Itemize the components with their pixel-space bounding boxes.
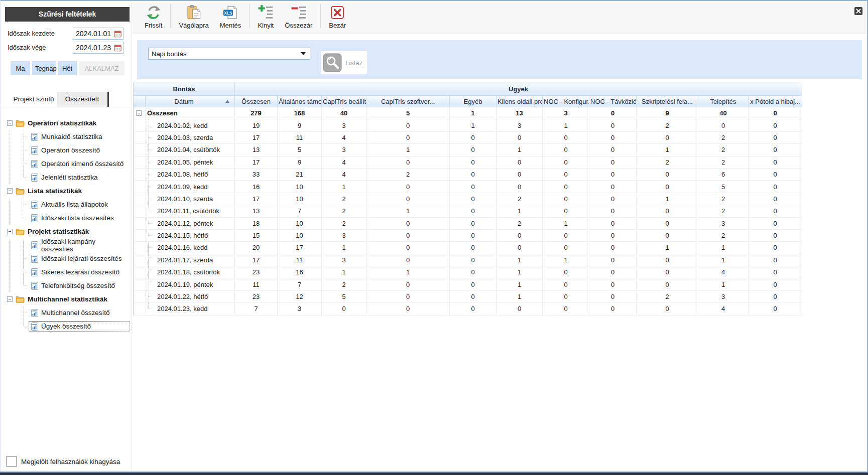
tree-folder-item[interactable]: Lista statisztikák (1, 184, 132, 198)
tree-report-item[interactable]: Ügyek összesítő (1, 320, 132, 333)
period-end-value[interactable] (76, 44, 114, 52)
week-button[interactable]: Hét (58, 61, 77, 75)
tree-report-item[interactable]: Időszaki kampány összesítés (1, 238, 132, 252)
save-button[interactable]: XLS Mentés (214, 1, 247, 31)
column-header[interactable]: Összesen (235, 96, 278, 107)
tree-folder-item[interactable]: Projekt statisztikák (1, 225, 132, 238)
table-row[interactable]: 2024.01.17, szerda1711300110010 (134, 254, 802, 266)
column-header[interactable]: Általános támo... (278, 96, 322, 107)
column-header[interactable]: Egyéb (450, 96, 497, 107)
apply-button[interactable]: ALKALMAZ (79, 61, 125, 75)
table-cell: 10 (278, 181, 322, 193)
table-row[interactable]: 2024.01.18, csütörtök2316110100040 (134, 266, 802, 278)
table-cell: 0 (749, 107, 802, 119)
exclude-marked-users-checkbox[interactable] (6, 456, 17, 467)
table-cell: 4 (698, 303, 749, 315)
report-icon (31, 309, 38, 317)
table-cell: 0 (749, 144, 802, 156)
column-header[interactable]: CaplTris szoftver... (366, 96, 450, 107)
tree-report-item[interactable]: Operátori kimenő összesítő (1, 157, 132, 171)
period-start-value[interactable] (76, 30, 114, 38)
yesterday-button[interactable]: Tegnap (32, 61, 56, 75)
tab-osszesitett[interactable]: Összesített (57, 92, 109, 107)
table-row[interactable]: 2024.01.12, péntek1810200210030 (134, 217, 802, 229)
column-header[interactable]: x Pótold a hibaj... (749, 96, 802, 107)
table-row[interactable]: 2024.01.10, szerda1710200200120 (134, 193, 802, 205)
tree-folder-item[interactable]: Operátori statisztikák (1, 116, 132, 130)
period-end-input[interactable] (73, 42, 123, 54)
collapse-icon[interactable] (7, 188, 13, 194)
tab-projekt-szintu[interactable]: Projekt szintű (11, 92, 57, 107)
tree-report-item[interactable]: Aktuális lista állapotok (1, 198, 132, 211)
expand-all-button[interactable]: Kinyit (252, 1, 279, 31)
period-start-label: Időszak kezdete (8, 30, 55, 37)
clipboard-icon (186, 5, 202, 21)
collapse-all-button[interactable]: Összezár (279, 1, 318, 31)
table-row[interactable]: 2024.01.08, hétfő3321420000060 (134, 168, 802, 180)
table-row[interactable]: 2024.01.02, kedd199301310200 (134, 119, 802, 131)
table-cell: 0 (497, 156, 543, 168)
list-button[interactable]: Listáz (321, 51, 367, 74)
calendar-icon[interactable] (114, 44, 121, 52)
collapse-icon[interactable] (7, 296, 13, 302)
table-row[interactable]: 2024.01.16, kedd2017100000110 (134, 242, 802, 254)
report-icon (31, 268, 38, 276)
table-row[interactable]: 2024.01.15, hétfő1510300000020 (134, 229, 802, 241)
folder-icon (16, 187, 25, 195)
collapse-icon[interactable] (7, 120, 13, 126)
total-row[interactable]: Összesen279168405113309400 (134, 107, 802, 119)
tree-report-item[interactable]: Operátori összesítő (1, 143, 132, 157)
row-label-cell: 2024.01.22, hétfő (134, 290, 235, 302)
table-cell: 1 (366, 266, 450, 278)
collapse-row-icon[interactable] (136, 110, 142, 116)
column-header[interactable]: Dátum (134, 96, 235, 107)
table-cell: 1 (497, 266, 543, 278)
period-start-input[interactable] (73, 28, 123, 40)
tree-report-item[interactable]: Telefonköltség összesítő (1, 279, 132, 292)
tree-report-item[interactable]: Jelenléti statisztika (1, 171, 132, 184)
clipboard-label: Vágólapra (179, 22, 208, 29)
calendar-icon[interactable] (114, 30, 121, 38)
today-button[interactable]: Ma (11, 61, 30, 75)
table-row[interactable]: 2024.01.04, csütörtök135310100120 (134, 144, 802, 156)
copy-to-clipboard-button[interactable]: Vágólapra (173, 1, 214, 31)
close-view-label: Bezár (329, 22, 346, 29)
tree-report-item[interactable]: Multichannel összesítő (1, 306, 132, 320)
table-row[interactable]: 2024.01.05, péntek179400000220 (134, 156, 802, 168)
table-cell: 3 (322, 119, 366, 131)
tree-folder-item[interactable]: Multichannel statisztikák (1, 292, 132, 306)
collapse-icon[interactable] (7, 229, 13, 234)
table-cell: 0 (543, 131, 589, 143)
table-cell: 17 (235, 156, 278, 168)
tree-report-item[interactable]: Időszaki lejárati összesítés (1, 252, 132, 265)
close-red-icon (329, 5, 345, 21)
table-row[interactable]: 2024.01.22, hétfő2312500100230 (134, 290, 802, 302)
breakdown-select[interactable]: Napi bontás (148, 48, 310, 60)
table-row[interactable]: 2024.01.23, kedd73000000040 (134, 303, 802, 315)
table-cell: 6 (698, 168, 749, 180)
tree-report-item[interactable]: Sikeres lezárási összesítő (1, 265, 132, 279)
table-row[interactable]: 2024.01.09, kedd1610100000050 (134, 181, 802, 193)
table-cell: 0 (698, 119, 749, 131)
column-header[interactable]: CaplTris beállítás (322, 96, 366, 107)
table-row[interactable]: 2024.01.19, péntek117200100010 (134, 278, 802, 290)
tree-item-label: Multichannel összesítő (41, 309, 110, 316)
table-cell: 0 (637, 205, 698, 217)
refresh-button[interactable]: Frissít (139, 1, 168, 31)
tree-report-item[interactable]: Munkaidő statisztika (1, 130, 132, 143)
window-close-button[interactable] (854, 7, 862, 15)
row-label-cell: 2024.01.09, kedd (134, 181, 235, 193)
column-header[interactable]: Telepítés (698, 96, 749, 107)
table-row[interactable]: 2024.01.11, csütörtök137210100020 (134, 205, 802, 217)
column-header[interactable]: NOC - Konfigur... (543, 96, 589, 107)
column-header[interactable]: Szkriptelési fela... (637, 96, 698, 107)
tree-report-item[interactable]: Időszaki lista összesítés (1, 211, 132, 225)
column-header[interactable]: Kliens oldali pro... (497, 96, 543, 107)
tree-item-label: Aktuális lista állapotok (41, 201, 108, 208)
table-cell: 1 (322, 242, 366, 254)
column-header[interactable]: NOC - Távközlé... (589, 96, 637, 107)
table-cell: 0 (543, 242, 589, 254)
table-row[interactable]: 2024.01.03, szerda1711400000020 (134, 131, 802, 143)
toolbar-separator (170, 4, 171, 28)
close-view-button[interactable]: Bezár (323, 1, 351, 31)
